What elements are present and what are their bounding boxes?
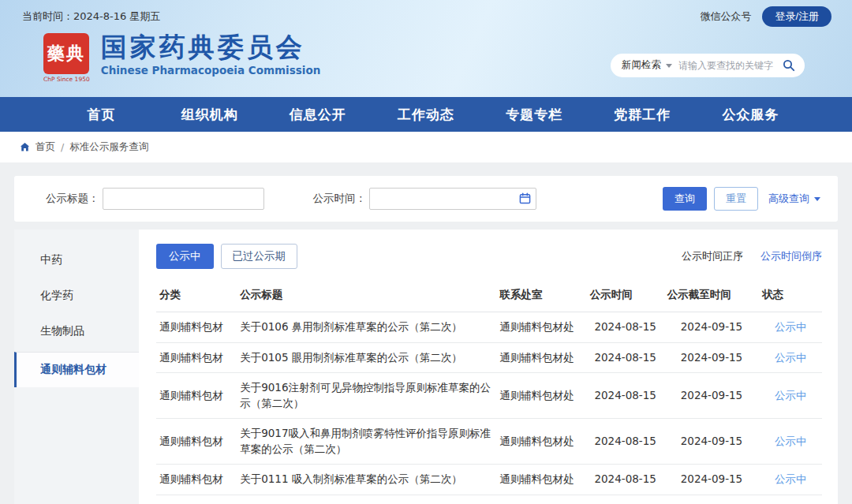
row-status-link[interactable]: 公示中 — [775, 351, 807, 364]
content: 中药 化学药 生物制品 通则辅料包材 公示中 已过公示期 公示时间正序 公示时间… — [14, 230, 838, 504]
col-office: 联系处室 — [496, 280, 586, 312]
advanced-search-label: 高级查询 — [768, 192, 809, 206]
breadcrumb-home[interactable]: 首页 — [36, 140, 55, 154]
row-end-date: 2024-09-15 — [664, 373, 760, 419]
logo: 藥典 ChP Since 1950 — [43, 33, 90, 83]
nav-item-public-service[interactable]: 公众服务 — [697, 106, 805, 124]
nav-item-work-news[interactable]: 工作动态 — [372, 106, 480, 124]
nav-item-organization[interactable]: 组织机构 — [155, 106, 263, 124]
logo-caption: ChP Since 1950 — [43, 76, 90, 83]
news-search-category-label: 新闻检索 — [622, 58, 661, 72]
nav-item-info-disclosure[interactable]: 信息公开 — [263, 106, 372, 124]
search-icon[interactable] — [783, 59, 795, 72]
time-filter-input[interactable] — [369, 188, 536, 210]
sidebar-item-biological-products[interactable]: 生物制品 — [14, 313, 139, 349]
brand: 藥典 ChP Since 1950 国家药典委员会 Chinese Pharma… — [43, 33, 320, 83]
brand-row: 藥典 ChP Since 1950 国家药典委员会 Chinese Pharma… — [0, 27, 852, 83]
filter-card: 公示标题： 公示时间： 查询 重置 高级查询 — [14, 176, 838, 222]
row-publish-date: 2024-08-15 — [587, 312, 664, 343]
sidebar-item-tcm[interactable]: 中药 — [14, 242, 139, 278]
listing-header: 公示中 已过公示期 公示时间正序 公示时间倒序 — [156, 244, 822, 269]
row-status-link[interactable]: 公示中 — [775, 472, 807, 485]
row-end-date: 2024-09-15 — [664, 495, 760, 504]
wechat-link[interactable]: 微信公众号 — [700, 9, 751, 24]
row-office: 通则辅料包材处 — [496, 465, 586, 495]
title-filter-label: 公示标题： — [46, 192, 99, 206]
row-office: 通则辅料包材处 — [496, 495, 586, 504]
row-publish-date: 2024-08-15 — [587, 495, 664, 504]
topbar: 当前时间：2024-8-16 星期五 微信公众号 登录/注册 — [0, 0, 852, 27]
site-title: 国家药典委员会 — [101, 33, 321, 62]
advanced-search-toggle[interactable]: 高级查询 — [768, 192, 820, 206]
listing-panel: 公示中 已过公示期 公示时间正序 公示时间倒序 分类 公示标题 联系处室 — [139, 230, 838, 504]
nav-item-party-work[interactable]: 党群工作 — [589, 106, 697, 124]
query-button[interactable]: 查询 — [663, 187, 707, 211]
row-status-link[interactable]: 公示中 — [775, 389, 807, 401]
chevron-down-icon — [814, 197, 820, 201]
tab-publicity-expired[interactable]: 已过公示期 — [221, 244, 298, 269]
row-office: 通则辅料包材处 — [496, 312, 586, 343]
news-search-box: 新闻检索 — [611, 54, 805, 77]
table-row: 通则辅料包材 关于9016注射剂可见异物控制指导原则标准草案的公示（第二次） 通… — [156, 373, 822, 419]
site-subtitle: Chinese Pharmacopoeia Commission — [101, 64, 321, 77]
row-publish-date: 2024-08-15 — [587, 342, 664, 373]
row-category: 通则辅料包材 — [156, 495, 237, 504]
current-time: 当前时间：2024-8-16 星期五 — [22, 9, 160, 24]
page: 当前时间：2024-8-16 星期五 微信公众号 登录/注册 藥典 ChP Si… — [0, 0, 852, 504]
news-search-category-dropdown[interactable]: 新闻检索 — [622, 58, 672, 72]
row-publish-date: 2024-08-15 — [587, 419, 664, 465]
col-end-date: 公示截至时间 — [664, 280, 760, 312]
table-row: 通则辅料包材 关于9017吸入和鼻用制剂喷雾特性评价指导原则标准草案的公示（第二… — [156, 419, 822, 465]
row-publish-date: 2024-08-15 — [587, 465, 664, 495]
row-category: 通则辅料包材 — [156, 465, 237, 495]
row-office: 通则辅料包材处 — [496, 342, 586, 373]
col-status: 状态 — [759, 280, 822, 312]
sidebar-item-chemical-drugs[interactable]: 化学药 — [14, 278, 139, 313]
row-title-link[interactable]: 关于0105 眼用制剂标准草案的公示（第二次） — [237, 342, 496, 373]
col-title: 公示标题 — [237, 280, 496, 312]
table-header-row: 分类 公示标题 联系处室 公示时间 公示截至时间 状态 — [156, 280, 822, 312]
calendar-icon[interactable] — [519, 192, 531, 204]
sort-time-ascending[interactable]: 公示时间正序 — [682, 249, 743, 263]
publicity-table: 分类 公示标题 联系处室 公示时间 公示截至时间 状态 通则辅料包材 关于010… — [156, 280, 822, 504]
row-title-link[interactable]: 关于9016注射剂可见异物控制指导原则标准草案的公示（第二次） — [237, 373, 496, 419]
sort-time-descending[interactable]: 公示时间倒序 — [760, 249, 822, 263]
home-icon[interactable] — [20, 142, 30, 152]
tab-in-publicity[interactable]: 公示中 — [156, 244, 214, 269]
news-search-input[interactable] — [678, 60, 779, 71]
chevron-down-icon — [666, 64, 672, 68]
row-end-date: 2024-09-15 — [664, 419, 760, 465]
row-title-link[interactable]: 关于0106 鼻用制剂标准草案的公示（第二次） — [237, 312, 496, 343]
row-title-link[interactable]: 关于9017吸入和鼻用制剂喷雾特性评价指导原则标准草案的公示（第二次） — [237, 419, 496, 465]
row-end-date: 2024-09-15 — [664, 465, 760, 495]
col-category: 分类 — [156, 280, 237, 312]
row-title-link[interactable]: 关于0102 注射剂标准草案的公示（第三次） — [237, 495, 496, 504]
nav-item-special-topics[interactable]: 专题专栏 — [480, 106, 589, 124]
row-office: 通则辅料包材处 — [496, 419, 586, 465]
row-publish-date: 2024-08-15 — [587, 373, 664, 419]
login-register-button[interactable]: 登录/注册 — [762, 6, 831, 27]
row-status-link[interactable]: 公示中 — [775, 435, 807, 447]
logo-seal-icon: 藥典 — [43, 33, 89, 74]
table-row: 通则辅料包材 关于0106 鼻用制剂标准草案的公示（第二次） 通则辅料包材处 2… — [156, 312, 822, 343]
breadcrumb-current: 标准公示服务查询 — [69, 140, 148, 154]
row-category: 通则辅料包材 — [156, 342, 237, 373]
row-category: 通则辅料包材 — [156, 373, 237, 419]
title-filter-input[interactable] — [103, 188, 264, 210]
row-status-link[interactable]: 公示中 — [775, 320, 807, 333]
row-title-link[interactable]: 关于0111 吸入制剂标准草案的公示（第二次） — [237, 465, 496, 495]
row-end-date: 2024-09-15 — [664, 312, 760, 343]
breadcrumb-separator: / — [61, 141, 64, 153]
main-nav: 首页 组织机构 信息公开 工作动态 专题专栏 党群工作 公众服务 — [0, 97, 852, 132]
header-hero: 当前时间：2024-8-16 星期五 微信公众号 登录/注册 藥典 ChP Si… — [0, 0, 852, 97]
table-row: 通则辅料包材 关于0102 注射剂标准草案的公示（第三次） 通则辅料包材处 20… — [156, 495, 822, 504]
reset-button[interactable]: 重置 — [714, 187, 758, 211]
sidebar-item-general-excipients-packaging[interactable]: 通则辅料包材 — [14, 352, 139, 387]
filter-section: 公示标题： 公示时间： 查询 重置 高级查询 — [0, 163, 852, 230]
row-office: 通则辅料包材处 — [496, 373, 586, 419]
time-filter-label: 公示时间： — [313, 192, 367, 206]
nav-item-home[interactable]: 首页 — [47, 106, 155, 124]
row-category: 通则辅料包材 — [156, 312, 237, 343]
col-publish-date: 公示时间 — [587, 280, 664, 312]
row-category: 通则辅料包材 — [156, 419, 237, 465]
